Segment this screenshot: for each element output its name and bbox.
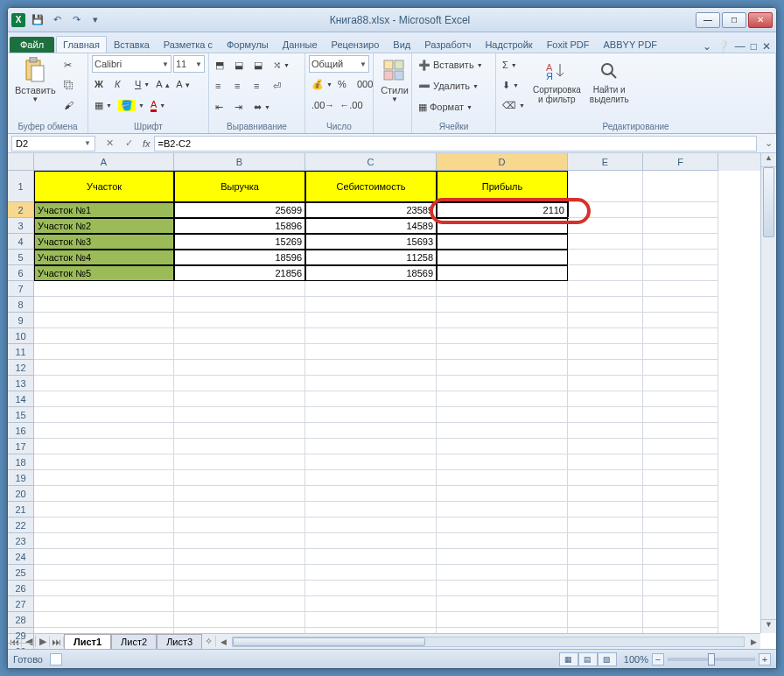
row-header[interactable]: 4 bbox=[8, 234, 34, 250]
cell[interactable] bbox=[305, 423, 437, 439]
cell[interactable] bbox=[174, 454, 305, 470]
row-header[interactable]: 27 bbox=[8, 596, 34, 612]
cell[interactable] bbox=[437, 486, 568, 502]
cell[interactable] bbox=[305, 470, 437, 486]
cell[interactable] bbox=[568, 533, 643, 549]
cell[interactable] bbox=[437, 250, 568, 265]
cell[interactable] bbox=[174, 391, 305, 407]
row-header[interactable]: 26 bbox=[8, 581, 34, 596]
cell[interactable] bbox=[568, 265, 643, 281]
cell[interactable] bbox=[437, 596, 568, 612]
cell[interactable] bbox=[174, 313, 305, 328]
cell[interactable] bbox=[568, 391, 643, 407]
cell[interactable] bbox=[34, 281, 174, 297]
ribbon-tab[interactable]: Данные bbox=[276, 36, 325, 53]
cell[interactable] bbox=[643, 518, 718, 533]
cell[interactable] bbox=[174, 486, 305, 502]
cell[interactable] bbox=[437, 518, 568, 533]
cell[interactable] bbox=[437, 234, 568, 250]
cell[interactable]: 21856 bbox=[174, 265, 305, 281]
sheet-tab[interactable]: Лист1 bbox=[64, 634, 111, 649]
cell[interactable] bbox=[305, 612, 437, 628]
cell[interactable] bbox=[305, 502, 437, 518]
cell[interactable] bbox=[643, 281, 718, 297]
align-right-button[interactable]: ≡ bbox=[251, 76, 270, 95]
cell[interactable] bbox=[305, 391, 437, 407]
cell[interactable] bbox=[34, 360, 174, 376]
cell[interactable] bbox=[174, 376, 305, 391]
cell[interactable]: 14589 bbox=[305, 218, 437, 234]
cell[interactable] bbox=[305, 518, 437, 533]
cell[interactable] bbox=[437, 407, 568, 423]
italic-button[interactable]: К bbox=[112, 74, 131, 94]
column-header[interactable]: A bbox=[34, 153, 174, 171]
cell[interactable] bbox=[568, 376, 643, 391]
cell[interactable]: 18596 bbox=[174, 250, 305, 265]
cut-button[interactable]: ✂ bbox=[61, 55, 80, 74]
cell[interactable] bbox=[174, 328, 305, 344]
cell[interactable] bbox=[643, 565, 718, 581]
cell[interactable] bbox=[643, 407, 718, 423]
cell[interactable] bbox=[437, 454, 568, 470]
row-header[interactable]: 19 bbox=[8, 470, 34, 486]
cell[interactable] bbox=[568, 202, 643, 218]
maximize-button[interactable]: □ bbox=[722, 12, 746, 28]
cell[interactable] bbox=[568, 250, 643, 265]
cell[interactable] bbox=[643, 328, 718, 344]
new-sheet-button[interactable]: ✧ bbox=[202, 636, 216, 647]
cell[interactable] bbox=[174, 612, 305, 628]
row-header[interactable]: 16 bbox=[8, 423, 34, 439]
cell[interactable] bbox=[174, 502, 305, 518]
redo-icon[interactable]: ↷ bbox=[67, 11, 85, 29]
cell[interactable] bbox=[437, 328, 568, 344]
align-center-button[interactable]: ≡ bbox=[232, 76, 251, 95]
row-header[interactable]: 1 bbox=[8, 171, 34, 202]
cell[interactable]: Участок №3 bbox=[34, 234, 174, 250]
row-header[interactable]: 9 bbox=[8, 313, 34, 328]
cell[interactable] bbox=[174, 549, 305, 565]
cell[interactable] bbox=[568, 234, 643, 250]
currency-button[interactable]: 💰▼ bbox=[309, 74, 335, 94]
cell[interactable] bbox=[568, 581, 643, 596]
cell[interactable] bbox=[34, 470, 174, 486]
cell[interactable] bbox=[305, 281, 437, 297]
cell[interactable] bbox=[305, 549, 437, 565]
cell[interactable] bbox=[34, 549, 174, 565]
column-header[interactable]: F bbox=[643, 153, 718, 171]
row-header[interactable]: 28 bbox=[8, 612, 34, 628]
fx-icon[interactable]: fx bbox=[139, 138, 154, 149]
cell[interactable] bbox=[643, 250, 718, 265]
cell[interactable] bbox=[34, 502, 174, 518]
sort-filter-button[interactable]: АЯ Сортировка и фильтр bbox=[529, 55, 584, 106]
ribbon-tab[interactable]: Разработч bbox=[417, 36, 478, 53]
cell[interactable] bbox=[643, 360, 718, 376]
row-header[interactable]: 3 bbox=[8, 218, 34, 234]
cell[interactable] bbox=[437, 391, 568, 407]
cell[interactable] bbox=[568, 470, 643, 486]
doc-minimize-icon[interactable]: — bbox=[735, 40, 746, 53]
cell[interactable] bbox=[305, 596, 437, 612]
cell[interactable] bbox=[437, 344, 568, 360]
cell[interactable] bbox=[568, 281, 643, 297]
cell[interactable]: Участок №1 bbox=[34, 202, 174, 218]
normal-view-button[interactable]: ▦ bbox=[559, 652, 578, 666]
row-header[interactable]: 10 bbox=[8, 328, 34, 344]
cell[interactable] bbox=[643, 297, 718, 313]
close-button[interactable]: ✕ bbox=[748, 12, 773, 28]
cell[interactable] bbox=[643, 344, 718, 360]
cell[interactable]: Прибыль bbox=[437, 171, 568, 202]
page-layout-view-button[interactable]: ▤ bbox=[578, 652, 598, 666]
font-size-combo[interactable]: 11▼ bbox=[173, 55, 205, 73]
cancel-formula-icon[interactable]: ✕ bbox=[101, 137, 118, 149]
percent-button[interactable]: % bbox=[335, 74, 354, 94]
cell[interactable] bbox=[305, 360, 437, 376]
cell[interactable]: 18569 bbox=[305, 265, 437, 281]
paste-button[interactable]: Вставить ▼ bbox=[11, 55, 60, 105]
shrink-font-button[interactable]: A▾ bbox=[173, 74, 192, 94]
page-break-view-button[interactable]: ▧ bbox=[598, 652, 617, 666]
align-bottom-button[interactable]: ⬓ bbox=[251, 55, 270, 74]
cell[interactable] bbox=[437, 313, 568, 328]
cell[interactable] bbox=[174, 565, 305, 581]
expand-formula-icon[interactable]: ⌄ bbox=[760, 137, 776, 149]
cell[interactable] bbox=[34, 581, 174, 596]
